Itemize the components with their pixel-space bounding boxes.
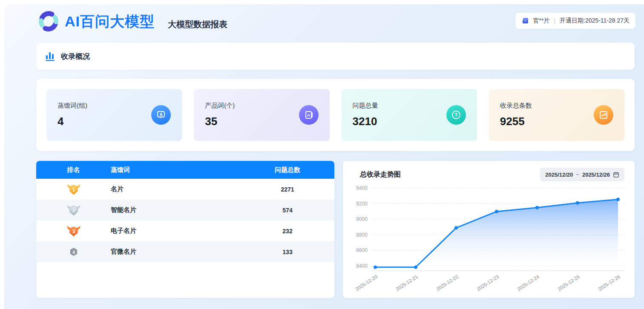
trend-chart-panel: 总收录走势图 2025/12/20 ~ 2025/12/26 840086008… — [343, 161, 635, 298]
svg-text:A: A — [160, 112, 163, 117]
distill-word: 名片 — [111, 185, 241, 193]
rank-badge: 2 — [36, 204, 111, 217]
question-count: 574 — [241, 207, 334, 214]
svg-text:8600: 8600 — [356, 247, 368, 253]
stat-label: 问题总量 — [353, 102, 378, 110]
stat-value: 35 — [205, 115, 235, 128]
report-title: 大模型数据报表 — [168, 19, 227, 30]
question-count: 2271 — [241, 186, 334, 193]
svg-text:2025-12-26: 2025-12-26 — [597, 274, 621, 292]
stats-panel: 蒸馏词(组) 4 A 产品词(个) 35 A 问题总量 3210 — [36, 79, 635, 151]
svg-text:1: 1 — [72, 187, 75, 192]
distill-word: 官微名片 — [111, 248, 241, 256]
divider: | — [554, 17, 555, 24]
date-end[interactable]: 2025/12/26 — [582, 172, 610, 178]
svg-text:?: ? — [454, 112, 457, 118]
svg-text:9000: 9000 — [356, 216, 368, 222]
ranking-rows: 1 名片 2271 2 智能名片 574 3 电子名片 232 4 官微名片 1… — [36, 179, 334, 262]
svg-text:4: 4 — [72, 249, 75, 255]
stat-value: 9255 — [500, 115, 532, 128]
trend-chart: 8400860088009000920094002025-12-202025-1… — [349, 183, 629, 295]
stat-card-total-questions: 问题总量 3210 ? — [342, 89, 477, 141]
distill-word: 智能名片 — [111, 206, 241, 214]
trend-icon — [594, 105, 613, 125]
column-distill-word: 蒸馏词 — [111, 166, 241, 174]
bubble-a-icon: A — [151, 105, 171, 125]
svg-text:2025-12-25: 2025-12-25 — [557, 274, 581, 292]
svg-text:2025-12-24: 2025-12-24 — [516, 274, 540, 292]
distill-word: 电子名片 — [111, 227, 241, 235]
date-range-picker[interactable]: 2025/12/20 ~ 2025/12/26 — [540, 168, 624, 181]
app-title: AI百问大模型 — [65, 12, 155, 31]
table-row: 3 电子名片 232 — [36, 220, 334, 241]
stat-value: 3210 — [353, 115, 378, 128]
table-row: 1 名片 2271 — [36, 179, 334, 200]
rank-badge: 3 — [36, 225, 111, 237]
account-name: 官**片 — [533, 17, 550, 25]
question-icon: ? — [446, 105, 466, 125]
calendar-icon[interactable] — [613, 172, 619, 178]
column-rank: 排名 — [36, 166, 111, 174]
svg-text:3: 3 — [72, 229, 75, 234]
ranking-table: 排名 蒸馏词 问题总数 1 名片 2271 2 智能名片 574 3 电子名片 — [36, 161, 334, 298]
svg-text:2025-12-21: 2025-12-21 — [395, 274, 419, 292]
rank-4-medal-icon: 4 — [66, 246, 81, 258]
rank-badge: 4 — [36, 246, 111, 258]
svg-text:2: 2 — [72, 208, 75, 213]
column-question-count: 问题总数 — [241, 166, 334, 174]
svg-text:8800: 8800 — [356, 232, 368, 238]
svg-text:2025-12-20: 2025-12-20 — [354, 274, 378, 292]
account-badge: 官**片 | 开通日期:2025-11-28 27天 — [515, 13, 635, 29]
rank-badge: 1 — [36, 183, 111, 196]
svg-text:A: A — [307, 113, 310, 117]
table-header: 排名 蒸馏词 问题总数 — [36, 161, 334, 179]
stat-label: 收录总条数 — [500, 102, 532, 110]
open-date: 开通日期:2025-11-28 27天 — [560, 17, 630, 25]
svg-text:9200: 9200 — [356, 201, 368, 207]
date-start[interactable]: 2025/12/20 — [545, 172, 573, 178]
svg-text:9400: 9400 — [356, 185, 368, 191]
bar-chart-icon — [45, 51, 56, 61]
swirl-logo-icon — [37, 9, 60, 33]
question-count: 133 — [241, 249, 334, 255]
stat-card-total-records: 收录总条数 9255 — [489, 89, 624, 141]
rank-1-medal-icon: 1 — [66, 183, 81, 196]
svg-text:2025-12-23: 2025-12-23 — [476, 274, 500, 292]
stat-value: 4 — [58, 115, 87, 128]
svg-text:2025-12-22: 2025-12-22 — [435, 274, 459, 292]
stat-label: 产品词(个) — [205, 102, 235, 110]
stat-card-product-words: 产品词(个) 35 A — [194, 89, 329, 141]
blue-box-icon — [521, 17, 530, 25]
table-row: 2 智能名片 574 — [36, 200, 334, 220]
rank-3-medal-icon: 3 — [66, 225, 81, 237]
stat-card-distill-words: 蒸馏词(组) 4 A — [46, 89, 182, 141]
question-count: 232 — [241, 228, 334, 235]
table-row: 4 官微名片 133 — [36, 241, 334, 262]
document-a-icon: A — [299, 105, 319, 125]
svg-text:8400: 8400 — [356, 263, 368, 269]
section-title: 收录概况 — [61, 52, 90, 61]
section-header: 收录概况 — [36, 43, 635, 70]
rank-2-medal-icon: 2 — [66, 204, 81, 217]
stat-label: 蒸馏词(组) — [58, 102, 87, 110]
chart-title: 总收录走势图 — [360, 170, 401, 179]
date-separator: ~ — [576, 172, 579, 178]
